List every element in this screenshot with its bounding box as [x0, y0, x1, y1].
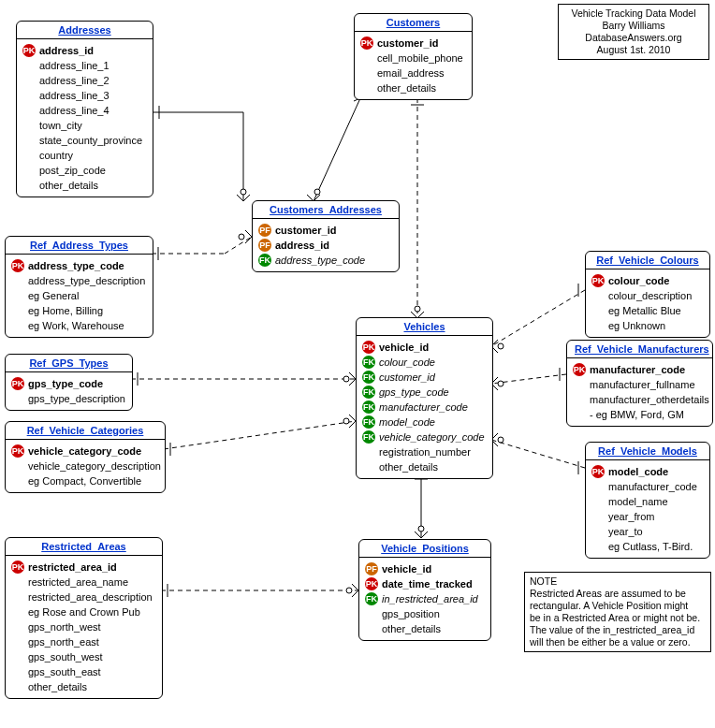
- attr-row: other_details: [365, 621, 485, 636]
- attr-row: restricted_area_name: [11, 575, 156, 590]
- attr-name: address_id: [39, 44, 94, 57]
- attr-row: PFaddress_id: [258, 238, 393, 253]
- entity-body: PKvehicle_category_codevehicle_category_…: [6, 440, 165, 492]
- title-line: Barry Williams: [563, 20, 704, 32]
- attr-name: gps_type_code: [28, 377, 103, 390]
- entity-header: Ref_Address_Types: [6, 237, 153, 255]
- entity-body: PKaddress_type_codeaddress_type_descript…: [6, 255, 153, 337]
- svg-point-19: [343, 418, 349, 424]
- attr-name: other_details: [379, 460, 438, 473]
- entity-body: PKcolour_codecolour_descriptioneg Metall…: [586, 269, 709, 337]
- note-line: The value of the in_restricted_area_id: [530, 624, 706, 636]
- spacer-icon: [11, 620, 24, 633]
- spacer-icon: [22, 119, 36, 132]
- attr-name: address_id: [275, 239, 329, 252]
- attr-name: eg General: [28, 289, 79, 302]
- entity-header: Ref_Vehicle_Manufacturers: [567, 341, 712, 358]
- spacer-icon: [362, 460, 375, 473]
- attr-name: customer_id: [379, 371, 435, 384]
- attr-name: in_restricted_area_id: [382, 592, 478, 605]
- spacer-icon: [591, 540, 605, 553]
- attr-row: year_from: [591, 509, 704, 524]
- attr-row: restricted_area_description: [11, 590, 156, 604]
- attr-row: eg Rose and Crown Pub: [11, 604, 156, 619]
- attr-name: customer_id: [377, 36, 438, 50]
- pk-icon: PK: [11, 444, 24, 458]
- attr-name: gps_type_description: [28, 392, 125, 405]
- svg-point-7: [239, 234, 244, 240]
- entity-restricted-areas: Restricted_Areas PKrestricted_area_idres…: [5, 537, 163, 699]
- spacer-icon: [11, 319, 24, 332]
- svg-line-26: [491, 440, 585, 468]
- entity-header: Restricted_Areas: [6, 538, 162, 556]
- attr-row: eg Compact, Convertible: [11, 473, 159, 488]
- spacer-icon: [11, 575, 24, 589]
- attr-row: other_details: [360, 80, 466, 95]
- attr-name: manufacturer_otherdetails: [590, 393, 709, 406]
- spacer-icon: [573, 393, 586, 406]
- attr-name: vehicle_id: [379, 341, 429, 354]
- spacer-icon: [22, 134, 36, 147]
- entity-header: Ref_Vehicle_Categories: [6, 422, 165, 440]
- attr-row: FKmodel_code: [362, 415, 487, 430]
- attr-row: email_address: [360, 66, 466, 80]
- attr-row: registration_number: [362, 444, 487, 459]
- spacer-icon: [591, 495, 605, 508]
- attr-name: town_city: [39, 119, 82, 132]
- pk-icon: PK: [591, 274, 605, 287]
- entity-addresses: Addresses PKaddress_idaddress_line_1addr…: [16, 21, 153, 197]
- attr-name: cell_mobile_phone: [377, 51, 463, 65]
- note-line: will then be either be a value or zero.: [530, 636, 706, 648]
- pk-icon: PK: [11, 377, 24, 390]
- note-box: NOTE Restricted Areas are assumed to be …: [524, 572, 711, 652]
- attr-name: vehicle_category_description: [28, 459, 161, 473]
- attr-name: vehicle_category_code: [28, 444, 141, 458]
- spacer-icon: [573, 378, 586, 391]
- spacer-icon: [11, 665, 24, 678]
- fk-icon: FK: [362, 356, 375, 369]
- attr-name: other_details: [377, 81, 436, 95]
- spacer-icon: [365, 607, 378, 620]
- attr-row: PKaddress_type_code: [11, 258, 147, 273]
- pf-icon: PF: [258, 239, 271, 252]
- fk-icon: FK: [362, 430, 375, 444]
- attr-name: eg Home, Billing: [28, 304, 103, 317]
- attr-row: address_line_1: [22, 58, 147, 73]
- attr-row: FKin_restricted_area_id: [365, 591, 485, 606]
- entity-header: Ref_Vehicle_Colours: [586, 252, 709, 269]
- attr-name: registration_number: [379, 445, 471, 459]
- attr-row: gps_position: [365, 606, 485, 621]
- attr-row: gps_type_description: [11, 391, 126, 406]
- spacer-icon: [11, 392, 24, 405]
- attr-row: FKmanufacturer_code: [362, 400, 487, 415]
- attr-name: eg Work, Warehouse: [28, 319, 124, 332]
- attr-row: gps_north_west: [11, 619, 156, 634]
- attr-row: manufacturer_fullname: [573, 377, 707, 392]
- attr-name: restricted_area_id: [28, 561, 117, 574]
- fk-icon: FK: [362, 415, 375, 429]
- attr-name: vehicle_category_code: [379, 430, 485, 444]
- svg-point-31: [418, 526, 424, 531]
- entity-customers: Customers PKcustomer_idcell_mobile_phone…: [354, 13, 473, 100]
- attr-row: PKmodel_code: [591, 464, 704, 479]
- entity-header: Ref_Vehicle_Models: [586, 443, 709, 460]
- svg-point-28: [498, 437, 503, 443]
- attr-row: gps_south_west: [11, 649, 156, 664]
- entity-ref-address-types: Ref_Address_Types PKaddress_type_codeadd…: [5, 236, 153, 338]
- note-line: rectangular. A Vehicle Position might: [530, 600, 706, 612]
- attr-row: - eg BMW, Ford, GM: [573, 407, 707, 422]
- spacer-icon: [22, 74, 36, 87]
- attr-row: PFcustomer_id: [258, 223, 393, 238]
- attr-row: manufacturer_otherdetails: [573, 392, 707, 407]
- entity-header: Customers: [355, 14, 472, 32]
- pf-icon: PF: [258, 224, 271, 237]
- title-line: DatabaseAnswers.org: [563, 32, 704, 44]
- spacer-icon: [591, 480, 605, 493]
- attr-row: FKgps_type_code: [362, 385, 487, 400]
- attr-row: FKcolour_code: [362, 355, 487, 370]
- attr-name: gps_position: [382, 607, 440, 620]
- spacer-icon: [360, 81, 373, 95]
- attr-name: year_to: [608, 525, 643, 538]
- pk-icon: PK: [11, 561, 24, 574]
- spacer-icon: [591, 304, 605, 317]
